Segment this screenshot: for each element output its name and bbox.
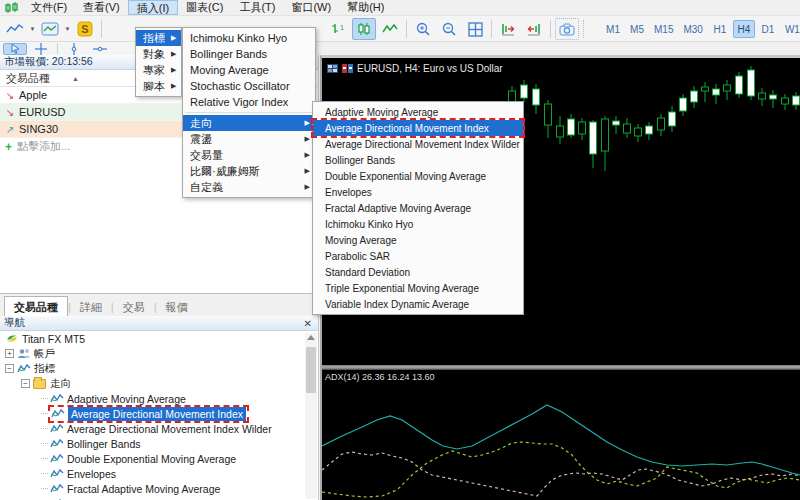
menu-item[interactable]: 自定義▶ [183, 179, 315, 195]
adx-indicator-panel[interactable]: ADX(14) 26.36 16.24 13.60 [322, 369, 800, 500]
menu-item[interactable]: 走向▶ [183, 115, 315, 131]
timeframe-button-D1[interactable]: D1 [757, 20, 779, 38]
menubar-item-T[interactable]: 工具(T) [231, 0, 283, 15]
close-icon[interactable]: ✕ [304, 318, 314, 329]
menu-item[interactable]: 比爾·威廉姆斯▶ [183, 163, 315, 179]
menu-item[interactable]: Ichimoku Kinko Hyo [313, 216, 523, 232]
tile-windows-button[interactable] [463, 18, 487, 40]
menu-item[interactable]: Average Directional Movement Index Wilde… [313, 136, 523, 152]
navigator-scrollbar[interactable] [305, 333, 317, 499]
tree-item[interactable]: Adaptive Moving Average [0, 391, 318, 406]
chart-style-button[interactable] [3, 18, 27, 40]
tab-3[interactable]: 報價 [157, 297, 197, 316]
expander-minus-icon[interactable]: − [21, 379, 30, 388]
tree-item-label: Adaptive Moving Average [67, 393, 186, 405]
zoom-out-button[interactable] [437, 18, 461, 40]
timeframe-button-M30[interactable]: M30 [679, 20, 706, 38]
menu-item-label: Ichimoku Kinko Hyo [325, 219, 413, 230]
mt5-application: { "app": { "menubar": ["文件(F)", "查看(V)",… [0, 0, 800, 500]
expander-plus-icon[interactable]: + [5, 349, 14, 358]
chart-window-button[interactable] [38, 18, 62, 40]
toolbar-separator [406, 20, 407, 38]
menu-item-label: Bollinger Bands [190, 48, 267, 60]
menu-item[interactable]: Fractal Adaptive Moving Average [313, 200, 523, 216]
cursor-tool-button[interactable] [3, 43, 27, 55]
bars-chart-button[interactable]: 1 [326, 18, 350, 40]
menu-item[interactable]: 腳本▶ [136, 78, 181, 94]
tree-item[interactable]: Envelopes [0, 466, 318, 481]
tree-item[interactable]: +帳戶 [0, 346, 318, 361]
menubar-item-C[interactable]: 圖表(C) [178, 0, 231, 15]
menu-item[interactable]: Average Directional Movement Index [313, 120, 523, 136]
tree-item[interactable]: Titan FX MT5 [0, 331, 318, 346]
timeframe-button-H1[interactable]: H1 [709, 20, 731, 38]
timeframe-button-M15[interactable]: M15 [650, 20, 677, 38]
tab-0[interactable]: 交易品種 [4, 296, 68, 317]
horizontal-line-tool-button[interactable] [88, 43, 112, 55]
tree-item[interactable]: Average Directional Movement Index [0, 406, 318, 421]
menu-item[interactable]: Ichimoku Kinko Hyo [183, 30, 315, 46]
menu-item[interactable]: Envelopes [313, 184, 523, 200]
tab-1[interactable]: 詳細 [71, 297, 111, 316]
menu-item[interactable]: 震盪▶ [183, 131, 315, 147]
price-down-icon: ↘ [4, 107, 16, 118]
tree-item-label: Titan FX MT5 [22, 333, 85, 345]
chart-style-caret[interactable]: ▼ [28, 18, 37, 40]
submenu-arrow-icon: ▶ [305, 119, 310, 127]
shift-end-button[interactable] [496, 18, 520, 40]
menu-item[interactable]: Double Exponential Moving Average [313, 168, 523, 184]
symbol-name: EURUSD [19, 106, 65, 118]
symbol-cell: ↘EURUSD [0, 104, 200, 120]
timeframe-button-M5[interactable]: M5 [626, 20, 648, 38]
tree-item[interactable]: Double Exponential Moving Average [0, 451, 318, 466]
line-mode-button[interactable] [378, 18, 402, 40]
menu-item[interactable]: Moving Average [183, 62, 315, 78]
tree-item[interactable]: Average Directional Movement Index Wilde… [0, 421, 318, 436]
zoom-in-button[interactable] [411, 18, 435, 40]
tree-item[interactable]: −走向 [0, 376, 318, 391]
toolbar-separator [101, 20, 102, 38]
menu-item[interactable]: 對象▶ [136, 46, 181, 62]
shift-begin-button[interactable] [522, 18, 546, 40]
menu-item[interactable]: 交易量▶ [183, 147, 315, 163]
menu-item[interactable]: Stochastic Oscillator [183, 78, 315, 94]
menubar-item-W[interactable]: 窗口(W) [283, 0, 339, 15]
menu-item[interactable]: Adaptive Moving Average [313, 104, 523, 120]
menu-item[interactable]: Relative Vigor Index [183, 94, 315, 110]
menubar-item-V[interactable]: 查看(V) [75, 0, 128, 15]
tree-connector [41, 488, 48, 489]
candlestick-chart-button[interactable] [352, 18, 376, 40]
timeframe-button-W1[interactable]: W1 [781, 20, 800, 38]
menubar-item-F[interactable]: 文件(F) [23, 0, 75, 15]
menubar-item-H[interactable]: 幫助(H) [339, 0, 392, 15]
scrollbar-thumb[interactable] [306, 347, 316, 393]
tree-item[interactable]: Fractal Adaptive Moving Average [0, 481, 318, 496]
timeframe-button-H4[interactable]: H4 [733, 20, 755, 38]
screenshot-button[interactable] [555, 18, 579, 40]
chart-window-caret[interactable]: ▼ [63, 18, 72, 40]
menubar-item-I[interactable]: 插入(I) [128, 0, 178, 15]
menu-item[interactable]: Bollinger Bands [313, 152, 523, 168]
menu-item-label: Moving Average [190, 64, 269, 76]
vertical-line-tool-button[interactable] [62, 43, 86, 55]
menu-item[interactable]: Bollinger Bands [183, 46, 315, 62]
crosshair-tool-button[interactable] [29, 43, 53, 55]
menu-item[interactable]: Triple Exponential Moving Average [313, 280, 523, 296]
tab-2[interactable]: 交易 [114, 297, 154, 316]
menu-item[interactable]: Moving Average [313, 232, 523, 248]
menu-item-label: 腳本 [143, 79, 165, 94]
expander-minus-icon[interactable]: − [5, 364, 14, 373]
tree-item[interactable]: Ichimoku Kinko Hyo [0, 496, 318, 500]
menu-item[interactable]: Standard Deviation [313, 264, 523, 280]
menu-item[interactable]: Parabolic SAR [313, 248, 523, 264]
tree-item[interactable]: Bollinger Bands [0, 436, 318, 451]
menu-item[interactable]: 專家▶ [136, 62, 181, 78]
menu-item-label: Standard Deviation [325, 267, 410, 278]
scroll-up-icon[interactable] [307, 335, 315, 340]
timeframe-button-M1[interactable]: M1 [602, 20, 624, 38]
tree-item[interactable]: −指標 [0, 361, 318, 376]
menu-item[interactable]: 指標▶ [136, 30, 181, 46]
menu-item[interactable]: Variable Index Dynamic Average [313, 296, 523, 312]
community-button[interactable]: S [73, 18, 97, 40]
indicator-icon [50, 453, 64, 464]
